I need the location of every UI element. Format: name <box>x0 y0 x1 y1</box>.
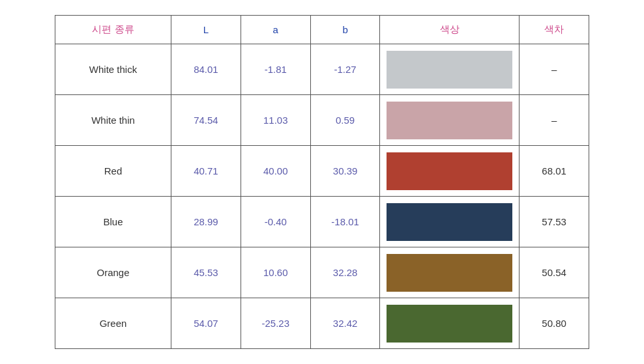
table-row: Blue28.99-0.40-18.0157.53 <box>55 197 589 247</box>
header-a: a <box>241 16 310 44</box>
header-diff: 색차 <box>520 16 589 44</box>
cell-diff: 57.53 <box>520 197 589 247</box>
cell-color <box>380 298 520 349</box>
cell-a: 40.00 <box>241 146 310 197</box>
cell-b: 0.59 <box>310 95 380 146</box>
cell-l: 84.01 <box>171 44 241 95</box>
cell-diff: 50.54 <box>520 247 589 298</box>
cell-a: -1.81 <box>241 44 310 95</box>
cell-l: 74.54 <box>171 95 241 146</box>
cell-type: Red <box>55 146 171 197</box>
cell-a: 11.03 <box>241 95 310 146</box>
color-swatch <box>387 102 512 139</box>
cell-color <box>380 44 520 95</box>
cell-b: 32.28 <box>310 247 380 298</box>
cell-type: Orange <box>55 247 171 298</box>
color-swatch <box>387 254 512 292</box>
data-table: 시편 종류 L a b 색상 색차 White thick8 <box>55 15 589 349</box>
cell-color <box>380 247 520 298</box>
cell-color <box>380 146 520 197</box>
color-swatch <box>387 203 512 241</box>
cell-type: Green <box>55 298 171 349</box>
cell-type: White thin <box>55 95 171 146</box>
header-type: 시편 종류 <box>55 16 171 44</box>
cell-type: Blue <box>55 197 171 247</box>
cell-l: 45.53 <box>171 247 241 298</box>
table-row: Red40.7140.0030.3968.01 <box>55 146 589 197</box>
cell-l: 40.71 <box>171 146 241 197</box>
table-row: Green54.07-25.2332.4250.80 <box>55 298 589 349</box>
cell-diff: 50.80 <box>520 298 589 349</box>
color-swatch <box>387 51 512 89</box>
cell-diff: – <box>520 95 589 146</box>
table-row: White thick84.01-1.81-1.27– <box>55 44 589 95</box>
cell-type: White thick <box>55 44 171 95</box>
cell-b: 32.42 <box>310 298 380 349</box>
cell-color <box>380 197 520 247</box>
cell-l: 54.07 <box>171 298 241 349</box>
table-row: White thin74.5411.030.59– <box>55 95 589 146</box>
cell-diff: – <box>520 44 589 95</box>
main-container: 시편 종류 L a b 색상 색차 White thick8 <box>55 15 589 349</box>
cell-color <box>380 95 520 146</box>
header-color: 색상 <box>380 16 520 44</box>
cell-b: -1.27 <box>310 44 380 95</box>
cell-l: 28.99 <box>171 197 241 247</box>
cell-b: 30.39 <box>310 146 380 197</box>
header-row: 시편 종류 L a b 색상 색차 <box>55 16 589 44</box>
table-row: Orange45.5310.6032.2850.54 <box>55 247 589 298</box>
cell-a: 10.60 <box>241 247 310 298</box>
header-l: L <box>171 16 241 44</box>
cell-b: -18.01 <box>310 197 380 247</box>
cell-diff: 68.01 <box>520 146 589 197</box>
cell-a: -25.23 <box>241 298 310 349</box>
color-swatch <box>387 152 512 190</box>
color-swatch <box>387 305 512 343</box>
header-b: b <box>310 16 380 44</box>
cell-a: -0.40 <box>241 197 310 247</box>
